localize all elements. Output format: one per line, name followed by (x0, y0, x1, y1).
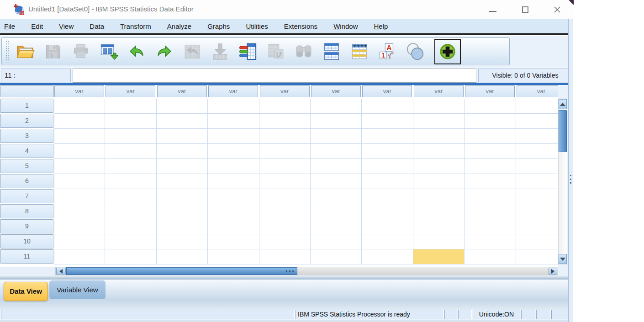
data-cell[interactable] (311, 219, 362, 234)
column-header-var[interactable]: var (362, 85, 412, 97)
row-header-1[interactable]: 1 (0, 99, 53, 113)
data-cell[interactable] (516, 129, 558, 144)
data-cell[interactable] (311, 99, 362, 114)
data-cell[interactable] (157, 189, 208, 204)
data-cell[interactable] (54, 129, 105, 144)
menu-item-edit[interactable]: Edit (31, 22, 43, 30)
row-header-5[interactable]: 5 (0, 159, 53, 173)
select-cases-button[interactable] (349, 40, 370, 63)
data-cell[interactable] (208, 144, 259, 159)
data-cell[interactable] (105, 189, 156, 204)
data-cell[interactable] (413, 234, 465, 249)
data-cell[interactable] (157, 114, 208, 129)
data-cell[interactable] (208, 99, 259, 114)
scroll-right-button[interactable] (549, 268, 557, 274)
open-data-button[interactable] (15, 40, 36, 63)
run-descriptives-button[interactable] (265, 40, 286, 63)
row-header-10[interactable]: 10 (0, 234, 53, 248)
data-cell[interactable] (516, 189, 558, 204)
column-header-var[interactable]: var (311, 85, 361, 97)
data-cell[interactable] (465, 99, 516, 114)
data-cell[interactable] (259, 144, 311, 159)
row-header-3[interactable]: 3 (0, 129, 53, 143)
menu-item-window[interactable]: Window (333, 22, 358, 30)
vertical-scroll-thumb[interactable] (559, 110, 567, 152)
data-cell[interactable] (105, 234, 156, 249)
data-cell[interactable] (259, 234, 311, 249)
data-cell[interactable] (362, 159, 413, 174)
data-cell[interactable] (208, 219, 259, 234)
data-cell[interactable] (413, 159, 465, 174)
cell-editor-input[interactable] (73, 68, 476, 83)
data-cell[interactable] (157, 234, 208, 249)
window-resize-grip[interactable] (570, 175, 571, 185)
grid-corner-cell[interactable] (0, 85, 53, 97)
data-cell[interactable] (54, 144, 105, 159)
data-cell[interactable] (362, 219, 413, 234)
data-cell[interactable] (413, 189, 465, 204)
data-cell[interactable] (208, 114, 259, 129)
data-cell[interactable] (516, 99, 558, 114)
data-cell[interactable] (105, 99, 156, 114)
data-cell[interactable] (362, 129, 413, 144)
data-cell[interactable] (516, 114, 558, 129)
data-cell[interactable] (105, 114, 156, 129)
data-cell[interactable] (516, 219, 558, 234)
data-cell[interactable] (259, 114, 311, 129)
value-labels-button[interactable]: A 1 (377, 40, 398, 63)
menu-item-utilities[interactable]: Utilities (246, 22, 268, 30)
row-header-6[interactable]: 6 (0, 174, 53, 188)
data-cell[interactable] (54, 219, 105, 234)
column-header-var[interactable]: var (414, 85, 464, 97)
data-cell[interactable] (105, 159, 156, 174)
data-cell[interactable] (208, 129, 259, 144)
data-cell[interactable] (516, 159, 558, 174)
data-cell[interactable] (413, 129, 465, 144)
close-button[interactable] (550, 4, 565, 15)
data-cell[interactable] (465, 174, 516, 189)
horizontal-scrollbar[interactable] (55, 267, 558, 275)
tab-variable-view[interactable]: Variable View (49, 280, 106, 299)
data-cell[interactable] (54, 204, 105, 219)
data-cell[interactable] (54, 234, 105, 249)
data-cell[interactable] (465, 249, 516, 264)
goto-variable-button[interactable] (210, 40, 231, 63)
data-cell[interactable] (105, 144, 156, 159)
print-button[interactable] (70, 40, 91, 63)
row-header-11[interactable]: 11 (0, 249, 53, 264)
horizontal-scroll-thumb[interactable] (66, 267, 297, 275)
data-cell[interactable] (54, 114, 105, 129)
data-cell[interactable] (465, 234, 516, 249)
data-cell[interactable] (157, 159, 208, 174)
data-cell[interactable] (311, 174, 362, 189)
data-cell[interactable] (208, 159, 259, 174)
data-cell[interactable] (465, 219, 516, 234)
custom-dialogs-button[interactable] (434, 39, 461, 64)
vertical-scrollbar[interactable] (558, 99, 567, 264)
data-cell[interactable] (54, 189, 105, 204)
data-cell[interactable] (157, 219, 208, 234)
scroll-down-button[interactable] (559, 254, 567, 264)
data-cell[interactable] (362, 114, 413, 129)
data-cell[interactable] (362, 189, 413, 204)
undo-button[interactable] (126, 40, 147, 63)
data-cell[interactable] (311, 114, 362, 129)
menu-item-graphs[interactable]: Graphs (207, 22, 230, 30)
data-cell[interactable] (208, 249, 259, 264)
data-cell[interactable] (105, 219, 156, 234)
menu-item-file[interactable]: File (4, 22, 15, 30)
data-cell[interactable] (465, 129, 516, 144)
data-cell[interactable] (311, 129, 362, 144)
variables-button[interactable] (238, 40, 259, 63)
data-cell[interactable] (54, 249, 105, 264)
data-cell[interactable] (362, 204, 413, 219)
data-cell[interactable] (311, 249, 362, 264)
save-button[interactable] (42, 40, 63, 63)
split-file-button[interactable] (321, 40, 342, 63)
selected-cell[interactable] (413, 249, 465, 264)
column-header-var[interactable]: var (517, 85, 558, 97)
data-cell[interactable] (105, 129, 156, 144)
data-cell[interactable] (362, 99, 413, 114)
menu-item-data[interactable]: Data (90, 22, 104, 30)
goto-case-button[interactable] (182, 40, 203, 63)
